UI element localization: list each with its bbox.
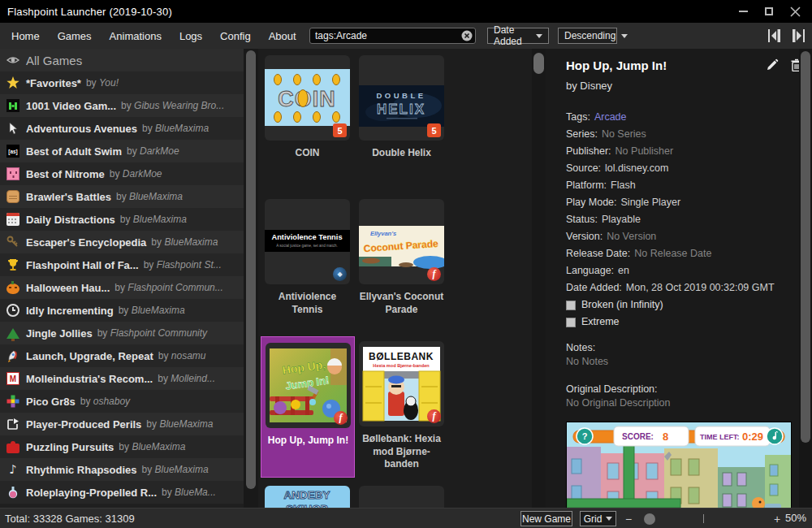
view-mode-dropdown[interactable]: Grid [580,511,616,526]
sidebar-item-jingle-jollies[interactable]: Jingle Jollies by Flashpoint Community [0,322,244,344]
sidebar-item-pico-gr8s[interactable]: Pico Gr8s by oshaboy [0,390,244,413]
details-scrollbar-thumb[interactable] [801,51,810,443]
sidebar-item-all-games[interactable]: All Games [0,49,244,71]
extreme-checkbox-label: Extreme [581,314,620,331]
maximize-icon [765,7,773,15]
space-invader-icon [6,99,19,112]
adult-swim-icon [6,145,19,158]
sidebar-item-1001-video-games[interactable]: 1001 Video Gam... by Gibus Wearing Bro..… [0,94,244,117]
order-direction-value: Descending [564,30,615,41]
game-card-andeby-skihop[interactable]: ANDEBY SKIHOP [265,486,350,508]
search-input[interactable] [310,30,461,41]
tag-link[interactable]: Arcade [594,111,627,123]
game-card-coin[interactable]: COIN COIN [265,55,350,160]
clock-icon [6,304,19,317]
slider-center-tick [703,514,704,523]
sidebar-item-hall-of-fame[interactable]: Flashpoint Hall of Fa... by Flashpoint S… [0,253,244,276]
sidebar-item-favorites[interactable]: *Favorites* by You! [0,71,244,94]
zoom-in-button[interactable]: + [772,513,782,526]
zoom-slider[interactable] [636,509,770,528]
selected-game-cell[interactable]: Hop Up, Jump In! [261,336,355,478]
sidebar-item-launch-upgrade-repeat[interactable]: Launch, Upgrade, Repeat by nosamu [0,344,244,367]
sidebar-item-player-produced-perils[interactable]: Player-Produced Perils by BlueMaxima [0,413,244,435]
playlist-label: Escaper's Encyclopedia [26,236,146,249]
field-release-date: Release Date:No Release Date [566,245,792,262]
music-note-icon [6,463,19,476]
playlist-label: Daily Distractions [26,214,115,226]
game-card-loading[interactable] [359,486,444,508]
minimize-button[interactable] [736,4,750,19]
grid-scrollbar-thumb[interactable] [533,53,544,74]
extreme-checkbox[interactable] [566,318,576,327]
svg-text:8: 8 [663,431,668,443]
sidebar-item-adventurous-avenues[interactable]: Adventurous Avenues by BlueMaxima [0,117,244,140]
new-game-button[interactable]: New Game [520,511,572,526]
details-scrollbar-track[interactable] [799,49,812,508]
game-title: Bøllebank: Hexia mod Bjørne-banden [359,433,444,471]
game-card-double-helix[interactable]: DOUBLE HELIX Double Helix [359,55,444,160]
zoom-slider-thumb[interactable] [644,513,655,525]
broken-checkbox-label: Broken (in Infinity) [581,296,663,314]
game-card-bollebank[interactable]: BØLLEBANK Hexia mod Bjørne-banden [359,341,444,471]
playlist-author: by Flashpoint St... [144,259,222,270]
toggle-left-sidebar-button[interactable] [767,27,781,44]
close-button[interactable] [788,4,802,19]
sidebar-item-puzzling-pursuits[interactable]: Puzzling Pursuits by BlueMaxima [0,435,244,458]
playlist-author: by BlueMaxima [116,191,183,202]
sidebar-item-best-of-adult-swim[interactable]: Best of Adult Swim by DarkMoe [0,140,244,162]
sidebar-scrollbar-track[interactable] [244,49,258,508]
rocket-icon [6,349,19,362]
game-title: Ellyvan's Coconut Parade [359,291,444,316]
sidebar-item-best-of-nitrome[interactable]: Best of Nitrome by DarkMoe [0,162,244,185]
sidebar-item-idly-incrementing[interactable]: Idly Incrementing by BlueMaxima [0,299,244,322]
nav-home[interactable]: Home [11,30,40,42]
notes-value[interactable]: No Notes [566,356,792,367]
order-by-dropdown[interactable]: Date Added [487,28,549,44]
game-title: Antiviolence Tennis [265,291,350,316]
game-card-hop-up-jump-in[interactable]: Hop Up, Jump In! [266,343,351,448]
playlist-label: Best of Adult Swim [26,145,122,158]
order-by-value: Date Added [494,24,530,47]
sidebar-item-roleplaying-propelled[interactable]: Roleplaying-Propelled R... by BlueMa... [0,481,244,504]
zoom-percentage: 50% [785,512,806,524]
nav-animations[interactable]: Animations [110,30,162,42]
sidebar-item-brawlers-battles[interactable]: Brawler's Battles by BlueMaxima [0,185,244,208]
clear-search-icon[interactable] [461,30,473,41]
nav-logs[interactable]: Logs [179,30,202,42]
svg-text:SCORE:: SCORE: [622,432,654,441]
sidebar-item-escapers-encyclopedia[interactable]: Escaper's Encyclopedia by BlueMaxima [0,231,244,253]
html5-platform-badge-icon [333,123,347,137]
window-title: Flashpoint Launcher (2019-10-30) [0,6,172,18]
playlist-label: Rhythmic Rhapsodies [26,464,137,476]
chevron-down-icon [621,34,628,38]
sidebar-item-halloween-haunts[interactable]: Halloween Hau... by Flashpoint Commun... [0,276,244,299]
svg-text:DOUBLE: DOUBLE [376,91,425,100]
sidebar-item-molleindustria[interactable]: Molleindustria's Recom... by Molleind... [0,367,244,390]
order-direction-dropdown[interactable]: Descending [558,28,617,44]
broken-checkbox[interactable] [566,301,576,310]
sidebar-scrollbar-thumb[interactable] [246,50,256,489]
game-title: COIN [265,147,350,160]
nav-about[interactable]: About [269,30,296,42]
svg-text:Hexia mod Bjørne-banden: Hexia mod Bjørne-banden [373,363,430,368]
html5-platform-badge-icon [427,123,441,137]
svg-text:0:29: 0:29 [742,431,763,443]
sidebar-item-daily-distractions[interactable]: Daily Distractions by BlueMaxima [0,208,244,231]
game-card-antiviolence-tennis[interactable]: Antiviolence Tennis A social justice gam… [265,199,350,316]
game-card-ellyvans-coconut-parade[interactable]: Ellyvan's Coconut Parade Ellyvan's Cocon… [359,199,444,316]
playlist-author: by Molleind... [158,373,215,384]
maximize-button[interactable] [762,4,776,19]
nav-config[interactable]: Config [220,30,251,42]
grid-scrollbar-track[interactable] [532,49,546,508]
star-icon [6,76,19,89]
toggle-right-sidebar-button[interactable] [791,27,806,44]
playlist-label: Best of Nitrome [26,168,105,180]
game-screenshot-preview[interactable]: ? SCORE: 8 TIME LEFT: 0:29 [566,422,792,508]
sidebar-item-rhythmic-rhapsodies[interactable]: Rhythmic Rhapsodies by BlueMaxima [0,458,244,481]
playlist-label: Roleplaying-Propelled R... [26,487,157,499]
zoom-out-button[interactable]: − [624,513,633,526]
game-thumbnail: ANDEBY SKIHOP [265,486,350,508]
nav-games[interactable]: Games [58,30,92,42]
playlist-author: by BlueMaxima [142,464,209,475]
edit-pencil-icon[interactable] [766,58,779,71]
